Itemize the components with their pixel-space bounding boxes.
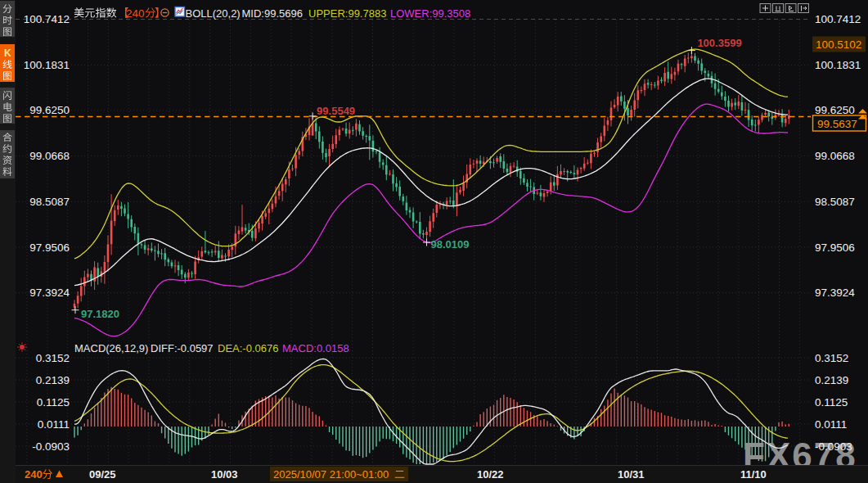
- svg-text:100.5102: 100.5102: [816, 38, 861, 51]
- svg-text:0.2139: 0.2139: [36, 374, 70, 386]
- svg-text:98.0109: 98.0109: [431, 238, 470, 251]
- svg-text:99.0668: 99.0668: [29, 150, 70, 162]
- svg-text:11/10: 11/10: [740, 468, 767, 481]
- svg-text:MID:99.5696: MID:99.5696: [242, 7, 303, 20]
- svg-text:-0.0903: -0.0903: [815, 440, 852, 453]
- svg-text:0.0111: 0.0111: [815, 418, 847, 431]
- svg-text:K: K: [4, 47, 11, 59]
- svg-text:240: 240: [126, 7, 145, 20]
- svg-text:MACD:0.0158: MACD:0.0158: [282, 342, 349, 354]
- svg-text:99.6250: 99.6250: [815, 104, 855, 116]
- svg-text:10/31: 10/31: [618, 468, 645, 481]
- svg-text:0.1125: 0.1125: [37, 396, 70, 409]
- svg-text:99.5549: 99.5549: [317, 105, 355, 117]
- svg-text:-0.0903: -0.0903: [32, 440, 70, 453]
- svg-text:99.6250: 99.6250: [29, 104, 70, 116]
- svg-text:UPPER:99.7883: UPPER:99.7883: [308, 7, 386, 20]
- svg-text:0.3152: 0.3152: [36, 352, 70, 364]
- svg-text:99.5637: 99.5637: [817, 118, 857, 130]
- svg-text:0.0111: 0.0111: [38, 418, 70, 431]
- svg-text:0.3152: 0.3152: [815, 352, 848, 364]
- svg-text:99.0668: 99.0668: [815, 150, 855, 162]
- svg-text:98.5087: 98.5087: [29, 196, 70, 208]
- svg-text:0.1125: 0.1125: [815, 396, 848, 409]
- svg-text:MACD(26,12,9): MACD(26,12,9): [74, 342, 148, 354]
- svg-text:97.1820: 97.1820: [81, 308, 119, 320]
- svg-text:BOLL(20,2): BOLL(20,2): [186, 7, 241, 20]
- svg-text:09/25: 09/25: [89, 468, 116, 481]
- svg-text:LOWER:99.3508: LOWER:99.3508: [390, 7, 470, 20]
- svg-text:2025/10/07 21:00~01:00: 2025/10/07 21:00~01:00: [273, 468, 389, 481]
- svg-text:100.7412: 100.7412: [24, 13, 70, 25]
- svg-text:100.1831: 100.1831: [24, 59, 70, 71]
- svg-text:97.3924: 97.3924: [815, 287, 855, 299]
- svg-text:100.7412: 100.7412: [815, 13, 861, 25]
- svg-text:240: 240: [25, 468, 43, 481]
- svg-text:DIFF:-0.0597: DIFF:-0.0597: [151, 342, 214, 354]
- svg-text:97.9506: 97.9506: [815, 242, 855, 254]
- svg-text:0.2139: 0.2139: [815, 374, 848, 386]
- svg-text:97.9506: 97.9506: [29, 242, 70, 254]
- svg-text:10/03: 10/03: [211, 468, 238, 481]
- svg-text:98.5087: 98.5087: [815, 196, 855, 208]
- svg-text:10/22: 10/22: [477, 468, 504, 481]
- svg-text:100.3599: 100.3599: [697, 37, 741, 49]
- svg-text:100.1831: 100.1831: [815, 59, 861, 71]
- svg-text:97.3924: 97.3924: [29, 287, 70, 299]
- svg-text:DEA:-0.0676: DEA:-0.0676: [218, 342, 278, 354]
